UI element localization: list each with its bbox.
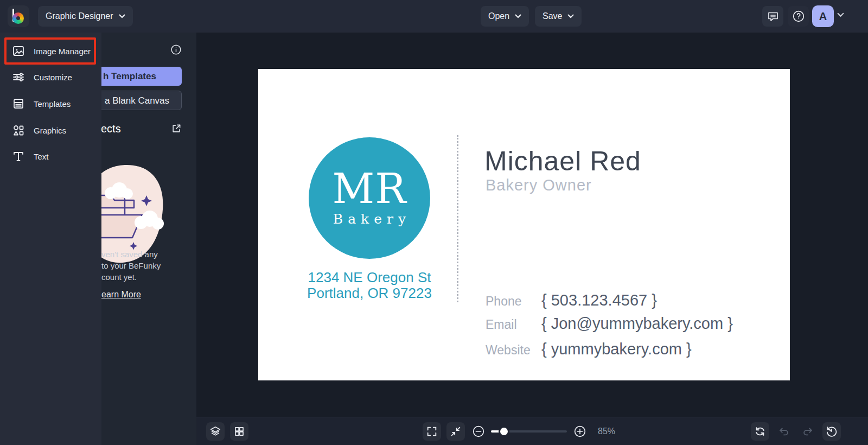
redo-icon <box>802 425 814 437</box>
card-name[interactable]: Michael Red <box>484 145 641 177</box>
contact-row-email[interactable]: Email { Jon@yummybakery.com } <box>486 315 733 333</box>
logo-initials: MR <box>332 169 406 208</box>
templates-panel: h Templates a Blank Canvas ects ven't sa… <box>101 33 196 445</box>
contact-row-phone[interactable]: Phone { 503.123.4567 } <box>486 291 657 309</box>
fullscreen-icon <box>426 425 438 437</box>
address-line-1: 1234 NE Oregon St <box>269 270 470 285</box>
tools-sidebar: Image Manager Customize Templates Graphi… <box>0 33 101 445</box>
undo-icon <box>778 425 790 437</box>
dotted-divider <box>457 135 458 302</box>
logo-subtitle: Bakery <box>328 211 411 227</box>
shapes-icon <box>12 124 25 137</box>
layers-icon <box>209 425 221 437</box>
empty-projects-line: count yet. <box>101 271 161 283</box>
app-mode-label: Graphic Designer <box>46 11 113 21</box>
save-label: Save <box>542 11 562 21</box>
image-icon <box>12 44 25 58</box>
chevron-down-icon <box>119 14 125 18</box>
befunky-logo[interactable] <box>8 5 29 27</box>
chat-button[interactable] <box>762 6 783 27</box>
sidebar-item-text[interactable]: Text <box>0 144 101 169</box>
open-dropdown[interactable]: Open <box>481 6 529 27</box>
grid-icon <box>234 426 245 437</box>
canvas-toolbar: 85% <box>196 417 868 445</box>
sliders-icon <box>12 71 25 84</box>
external-link-icon[interactable] <box>171 123 182 134</box>
zoom-in-button[interactable] <box>571 422 589 441</box>
sidebar-item-label: Text <box>34 152 49 161</box>
redo-button[interactable] <box>799 422 817 441</box>
fit-screen-icon <box>450 425 462 437</box>
info-icon[interactable] <box>170 44 182 55</box>
top-bar: Graphic Designer Open Save A <box>0 0 868 33</box>
zoom-out-icon <box>472 425 485 438</box>
sidebar-item-customize[interactable]: Customize <box>0 65 101 90</box>
avatar[interactable]: A <box>812 5 834 27</box>
email-label: Email <box>486 317 541 332</box>
zoom-slider[interactable] <box>491 430 567 433</box>
account-chevron-down-icon[interactable] <box>837 12 844 17</box>
phone-value: { 503.123.4567 } <box>541 291 657 309</box>
bakery-logo[interactable]: MR Bakery <box>309 137 430 259</box>
chat-icon <box>767 10 779 22</box>
chevron-down-icon <box>567 14 574 18</box>
email-value: { Jon@yummybakery.com } <box>541 315 733 333</box>
document-icon <box>12 97 25 110</box>
zoom-out-button[interactable] <box>469 422 488 441</box>
zoom-in-icon <box>573 425 586 438</box>
app-mode-dropdown[interactable]: Graphic Designer <box>38 6 133 27</box>
befunky-logo-icon <box>12 9 24 24</box>
sidebar-item-label: Graphics <box>34 126 66 135</box>
sidebar-item-label: Customize <box>34 73 72 82</box>
history-icon <box>826 425 838 437</box>
sidebar-item-label: Image Manager <box>34 47 91 56</box>
card-job-title[interactable]: Bakery Owner <box>486 176 592 194</box>
refresh-icon <box>754 425 766 437</box>
open-label: Open <box>488 11 509 21</box>
address-line-2: Portland, OR 97223 <box>269 285 470 301</box>
design-canvas[interactable]: MR Bakery 1234 NE Oregon St Portland, OR… <box>196 33 868 417</box>
sidebar-item-graphics[interactable]: Graphics <box>0 118 101 143</box>
layers-button[interactable] <box>206 422 225 441</box>
empty-projects-line: to your BeFunky <box>101 260 161 271</box>
learn-more-link[interactable]: earn More <box>101 290 141 300</box>
phone-label: Phone <box>486 294 541 309</box>
chevron-down-icon <box>515 14 521 18</box>
empty-projects-text: ven't saved any to your BeFunky count ye… <box>101 249 161 283</box>
text-icon <box>12 150 25 163</box>
blank-canvas-label: a Blank Canvas <box>105 96 169 106</box>
search-templates-label: h Templates <box>103 71 156 82</box>
undo-button[interactable] <box>775 422 793 441</box>
website-value: { yummybakery.com } <box>541 340 692 358</box>
help-button[interactable] <box>788 6 809 27</box>
business-card[interactable]: MR Bakery 1234 NE Oregon St Portland, OR… <box>258 69 790 380</box>
card-address[interactable]: 1234 NE Oregon St Portland, OR 97223 <box>269 270 470 301</box>
avatar-initial: A <box>819 10 827 23</box>
zoom-slider-knob[interactable] <box>499 426 509 437</box>
sidebar-item-label: Templates <box>34 99 71 109</box>
save-dropdown[interactable]: Save <box>535 6 582 27</box>
website-label: Website <box>486 343 541 358</box>
zoom-level-value: 85% <box>598 427 615 436</box>
fit-screen-button[interactable] <box>446 422 465 441</box>
empty-projects-line: ven't saved any <box>101 249 161 260</box>
sidebar-item-templates[interactable]: Templates <box>0 91 101 116</box>
refresh-button[interactable] <box>751 422 769 441</box>
projects-heading: ects <box>101 123 121 135</box>
grid-view-button[interactable] <box>230 422 248 441</box>
history-button[interactable] <box>822 422 841 441</box>
fullscreen-button[interactable] <box>423 422 441 441</box>
help-icon <box>792 10 805 23</box>
contact-row-website[interactable]: Website { yummybakery.com } <box>486 340 692 358</box>
sidebar-item-image-manager[interactable]: Image Manager <box>0 39 101 63</box>
